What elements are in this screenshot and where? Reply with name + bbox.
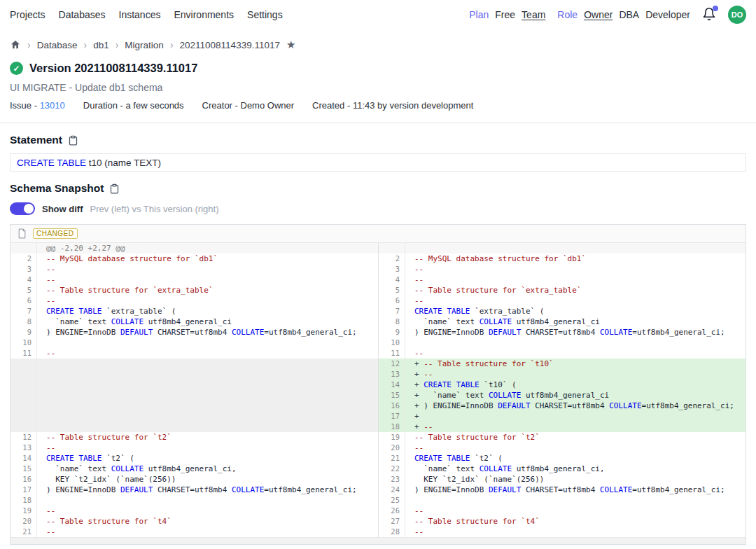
line-number: 3	[10, 264, 37, 274]
code-text	[37, 411, 378, 422]
code-text: --	[405, 296, 746, 306]
breadcrumb-db1[interactable]: db1	[93, 40, 109, 50]
notification-bell-icon[interactable]	[702, 7, 718, 22]
code-text	[405, 338, 746, 348]
meta-duration: Duration - a few seconds	[83, 100, 184, 111]
diff-left-pane[interactable]: @@ -2,20 +2,27 @@2-- MySQL database stru…	[10, 243, 378, 537]
line-number	[10, 390, 37, 401]
diff-code-row: 10	[379, 338, 746, 348]
role-owner-link[interactable]: Owner	[584, 9, 612, 20]
copy-snapshot-icon[interactable]	[109, 183, 120, 194]
show-diff-toggle[interactable]	[10, 202, 35, 215]
diff-code-row: 2-- MySQL database structure for `db1`	[379, 253, 746, 264]
diff-code-row: 9) ENGINE=InnoDB DEFAULT CHARSET=utf8mb4…	[379, 327, 746, 338]
diff-code-row: 4--	[379, 274, 746, 285]
user-avatar[interactable]: DO	[728, 6, 746, 24]
version-meta: Issue - 13010 Duration - a few seconds C…	[0, 100, 756, 111]
code-text: ) ENGINE=InnoDB DEFAULT CHARSET=utf8mb4 …	[405, 485, 746, 495]
code-text: --	[37, 527, 378, 537]
statement-sql[interactable]: CREATE TABLE t10 (name TEXT)	[10, 153, 746, 172]
diff-hint-text: Prev (left) vs This version (right)	[90, 204, 219, 214]
star-icon[interactable]: ★	[286, 39, 295, 51]
diff-spacer-row	[10, 411, 378, 422]
line-number	[10, 422, 37, 432]
line-number	[10, 243, 37, 253]
diff-code-row: 21--	[10, 527, 378, 537]
line-number: 6	[10, 296, 37, 306]
diff-code-row: 13--	[10, 443, 378, 453]
code-text	[37, 495, 378, 506]
line-number	[10, 359, 37, 369]
statement-heading: Statement	[10, 134, 62, 146]
diff-file-header: CHANGED	[10, 225, 746, 243]
nav-instances[interactable]: Instances	[119, 9, 161, 20]
meta-created: Created - 11:43 by version development	[312, 100, 473, 111]
breadcrumb-separator: ›	[27, 39, 31, 50]
line-number: 9	[10, 327, 37, 338]
diff-code-row: 26--	[379, 506, 746, 516]
diff-spacer-row	[10, 401, 378, 411]
line-number: 7	[10, 306, 37, 317]
diff-spacer-row	[10, 369, 378, 380]
main-nav: Projects Databases Instances Environment…	[10, 9, 283, 20]
diff-code-row: 2-- MySQL database structure for `db1`	[10, 253, 378, 264]
code-text: +	[405, 411, 746, 422]
nav-projects[interactable]: Projects	[10, 9, 46, 20]
code-text: -- MySQL database structure for `db1`	[37, 253, 378, 264]
role-label: Role	[557, 9, 578, 20]
line-number: 17	[379, 411, 405, 422]
line-number: 14	[379, 380, 405, 390]
nav-environments[interactable]: Environments	[174, 9, 234, 20]
nav-settings[interactable]: Settings	[247, 9, 283, 20]
plan-team-link[interactable]: Team	[522, 9, 545, 20]
diff-code-row: 11--	[10, 348, 378, 359]
notification-dot	[713, 6, 718, 11]
code-text: --	[405, 264, 746, 274]
role-developer: Developer	[645, 9, 690, 20]
code-text: -- Table structure for `t4`	[405, 516, 746, 527]
code-text: `name` text COLLATE utf8mb4_general_ci,	[37, 464, 378, 474]
diff-code-row: 15 `name` text COLLATE utf8mb4_general_c…	[10, 464, 378, 474]
diff-code-row: 8 `name` text COLLATE utf8mb4_general_ci	[10, 317, 378, 327]
show-diff-label: Show diff	[42, 204, 83, 214]
copy-statement-icon[interactable]	[68, 135, 78, 146]
line-number: 10	[379, 338, 405, 348]
code-text: + --	[405, 422, 746, 432]
diff-code-row: 12-- Table structure for `t2`	[10, 432, 378, 443]
code-text: --	[37, 274, 378, 285]
line-number: 6	[379, 296, 405, 306]
line-number: 20	[379, 443, 405, 453]
diff-code-row: 18	[10, 495, 378, 506]
diff-hunk-row	[379, 243, 746, 253]
breadcrumb-version[interactable]: 20211008114339.11017	[180, 40, 280, 50]
nav-databases[interactable]: Databases	[59, 9, 106, 20]
breadcrumb-database[interactable]: Database	[37, 40, 78, 50]
diff-spacer-row	[10, 359, 378, 369]
diff-code-row: 10	[10, 338, 378, 348]
role-dba: DBA	[619, 9, 639, 20]
code-text	[37, 390, 378, 401]
home-icon[interactable]	[10, 39, 21, 50]
diff-code-row: 5-- Table structure for `extra_table`	[379, 285, 746, 296]
line-number: 16	[379, 401, 405, 411]
code-text: CREATE TABLE `extra_table` (	[405, 306, 746, 317]
code-text: --	[405, 348, 746, 359]
meta-issue-link[interactable]: 13010	[40, 100, 65, 111]
code-text: @@ -2,20 +2,27 @@	[37, 243, 378, 253]
line-number: 21	[379, 453, 405, 464]
diff-right-pane[interactable]: 2-- MySQL database structure for `db1`3-…	[378, 243, 746, 537]
snapshot-heading-row: Schema Snapshot	[0, 182, 756, 195]
diff-horizontal-scrollbar[interactable]	[10, 537, 746, 544]
line-number	[10, 380, 37, 390]
line-number	[10, 369, 37, 380]
line-number: 12	[10, 432, 37, 443]
diff-toggle-row: Show diff Prev (left) vs This version (r…	[0, 202, 756, 215]
toggle-knob	[24, 204, 34, 214]
code-text: `name` text COLLATE utf8mb4_general_ci	[405, 317, 746, 327]
statement-heading-row: Statement	[0, 134, 756, 146]
breadcrumb-migration[interactable]: Migration	[125, 40, 164, 50]
success-check-icon: ✓	[10, 62, 23, 75]
code-text: -- Table structure for `extra_table`	[405, 285, 746, 296]
code-text: ) ENGINE=InnoDB DEFAULT CHARSET=utf8mb4 …	[37, 485, 378, 495]
code-text: -- Table structure for `t2`	[37, 432, 378, 443]
